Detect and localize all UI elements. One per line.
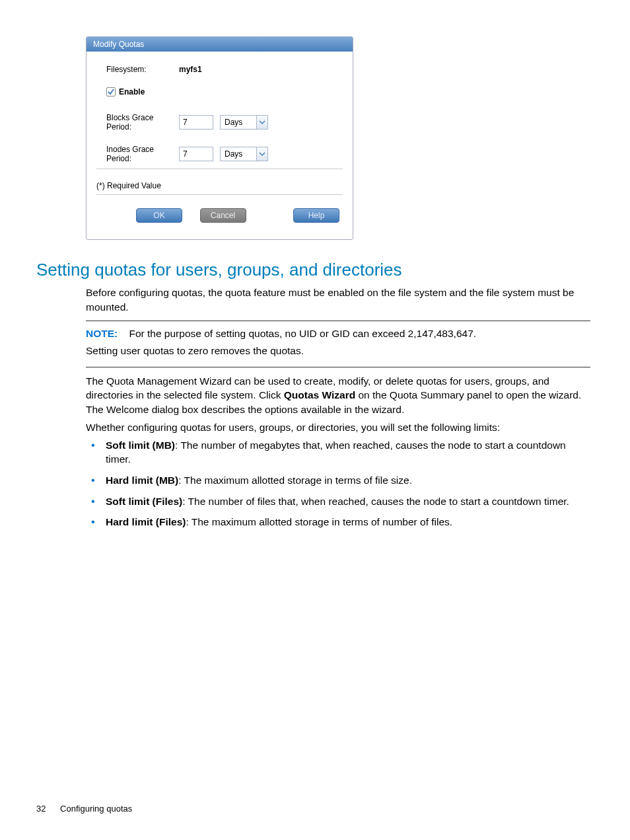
inodes-grace-label: Inodes Grace Period: — [96, 145, 179, 163]
blocks-unit-value: Days — [220, 115, 256, 130]
limits-list: Soft limit (MB): The number of megabytes… — [86, 438, 590, 529]
checkmark-icon — [108, 89, 114, 95]
blocks-grace-label: Blocks Grace Period: — [96, 113, 179, 132]
cancel-button[interactable]: Cancel — [200, 208, 246, 223]
blocks-grace-input[interactable] — [179, 115, 213, 130]
para1-bold: Quotas Wizard — [284, 389, 355, 401]
note-label: NOTE: — [86, 328, 118, 339]
note-block: NOTE: For the purpose of setting quotas,… — [86, 321, 590, 367]
modify-quotas-dialog: Modify Quotas Filesystem: myfs1 Enable B… — [86, 36, 353, 240]
list-item: Hard limit (MB): The maximum allotted st… — [86, 473, 590, 488]
help-button[interactable]: Help — [293, 208, 339, 223]
filesystem-label: Filesystem: — [96, 65, 179, 74]
intro-paragraph: Before configuring quotas, the quota fea… — [86, 286, 590, 314]
inodes-unit-value: Days — [220, 147, 256, 161]
inodes-grace-input[interactable] — [179, 147, 213, 161]
required-note: (*) Required Value — [96, 169, 343, 195]
note-line2: Setting user quotas to zero removes the … — [86, 344, 590, 358]
page-number: 32 — [36, 804, 46, 814]
enable-label: Enable — [119, 87, 145, 96]
enable-checkbox[interactable] — [106, 87, 116, 96]
filesystem-value: myfs1 — [179, 65, 202, 74]
note-line1: For the purpose of setting quotas, no UI… — [129, 328, 476, 339]
page-footer: 32 Configuring quotas — [36, 804, 132, 814]
list-item: Hard limit (Files): The maximum allotted… — [86, 515, 590, 529]
inodes-unit-dropdown[interactable] — [256, 147, 268, 161]
list-item: Soft limit (Files): The number of files … — [86, 494, 590, 509]
section-heading: Setting quotas for users, groups, and di… — [36, 260, 590, 280]
blocks-unit-dropdown[interactable] — [256, 115, 268, 130]
dialog-title: Modify Quotas — [87, 37, 353, 52]
footer-section: Configuring quotas — [60, 804, 132, 814]
wizard-paragraph: The Quota Management Wizard can be used … — [86, 374, 590, 417]
limits-intro: Whether configuring quotas for users, gr… — [86, 420, 590, 435]
list-item: Soft limit (MB): The number of megabytes… — [86, 438, 590, 467]
chevron-down-icon — [259, 119, 265, 126]
ok-button[interactable]: OK — [136, 208, 182, 223]
chevron-down-icon — [259, 151, 265, 157]
